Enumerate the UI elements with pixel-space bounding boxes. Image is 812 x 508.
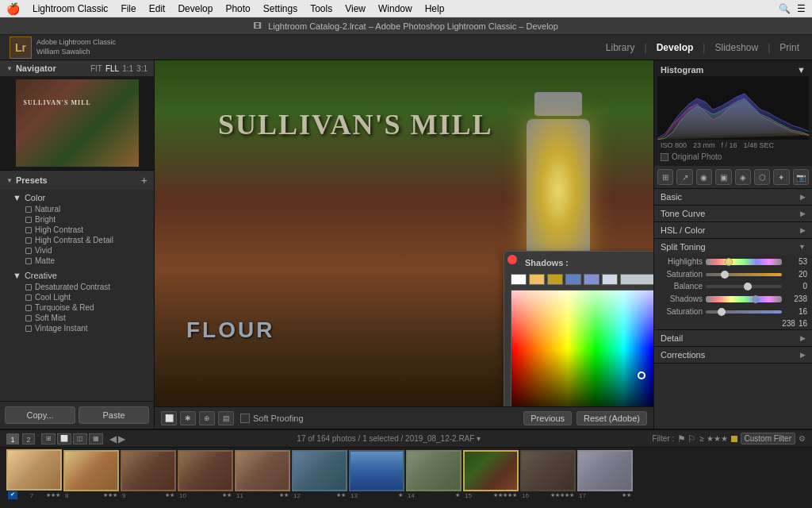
spectrum-crosshair[interactable]	[638, 371, 645, 379]
soft-proof-checkbox[interactable]	[240, 414, 250, 423]
preset-group-color-label[interactable]: ▼ Color	[0, 191, 154, 204]
detail-icon[interactable]: ◈	[735, 169, 751, 185]
shadows-sat-slider[interactable]	[706, 310, 782, 314]
film-thumb-17[interactable]	[577, 450, 633, 491]
menu-help[interactable]: Help	[425, 3, 445, 14]
filmstrip-grid-icon[interactable]: ⊞	[41, 433, 56, 444]
film-photo-10[interactable]: 10 ★★	[178, 450, 233, 500]
swatch-extra[interactable]	[620, 274, 653, 285]
film-thumb-7[interactable]	[6, 449, 62, 491]
effects-icon[interactable]: ✦	[773, 169, 789, 185]
preset-natural[interactable]: Natural	[0, 204, 154, 214]
preset-high-contrast[interactable]: High Contrast	[0, 225, 154, 235]
color-spectrum[interactable]	[511, 290, 653, 406]
film-photo-17[interactable]: 17 ★★	[577, 450, 633, 500]
swatch-blue[interactable]	[565, 274, 581, 285]
search-icon[interactable]: 🔍	[779, 3, 791, 14]
swatch-gold[interactable]	[529, 274, 545, 285]
detail-header[interactable]: Detail ▶	[654, 330, 812, 346]
film-thumb-16[interactable]	[520, 450, 576, 491]
film-thumb-12[interactable]	[292, 450, 347, 491]
preset-matte[interactable]: Matte	[0, 256, 154, 266]
hsl-header[interactable]: HSL / Color ▶	[654, 222, 812, 238]
film-photo-11[interactable]: 11 ★★	[235, 450, 290, 500]
preset-bright[interactable]: Bright	[0, 214, 154, 225]
swatch-pale[interactable]	[602, 274, 618, 285]
preset-desaturated[interactable]: Desaturated Contrast	[0, 282, 154, 292]
navigator-header[interactable]: ▼ Navigator FIT FLL 1:1 3:1	[0, 60, 154, 76]
highlights-hue-slider[interactable]	[706, 259, 782, 265]
filmstrip-compare-icon[interactable]: ◫	[73, 433, 87, 444]
swatch-white[interactable]	[511, 274, 527, 285]
nav-fit[interactable]: FIT	[90, 64, 102, 73]
lens-icon[interactable]: ⬡	[754, 169, 770, 185]
corrections-header[interactable]: Corrections ▶	[654, 347, 812, 363]
histogram-menu-icon[interactable]: ▼	[797, 65, 806, 75]
film-photo-8[interactable]: 8 ★★★	[63, 450, 119, 500]
shadows-hue-slider[interactable]	[706, 296, 782, 302]
filmstrip-num-2[interactable]: 2	[22, 433, 35, 444]
navigator-thumb[interactable]: SULLIVAN'S MILL	[16, 79, 139, 167]
presets-add-button[interactable]: +	[141, 174, 147, 187]
preset-turquoise-red[interactable]: Turquoise & Red	[0, 302, 154, 313]
basic-adjust-icon[interactable]: ⊞	[657, 169, 673, 185]
filmstrip-num-1[interactable]: 1	[6, 433, 19, 444]
paste-button[interactable]: Paste	[79, 406, 149, 424]
menu-extra-icon[interactable]: ☰	[797, 3, 806, 14]
film-thumb-13[interactable]	[349, 450, 404, 491]
filter-unflag-icon[interactable]: ⚐	[688, 433, 696, 444]
nav-fll[interactable]: FLL	[105, 64, 119, 73]
film-thumb-9[interactable]	[121, 450, 176, 491]
menu-photo[interactable]: Photo	[225, 3, 250, 14]
filmstrip-prev-arrow[interactable]: ◀	[109, 433, 117, 444]
toolbar-crop-icon[interactable]: ⬜	[161, 411, 177, 425]
preset-vivid[interactable]: Vivid	[0, 245, 154, 256]
popup-close-button[interactable]	[508, 255, 517, 264]
nav-1to1[interactable]: 1:1	[122, 64, 133, 73]
filmstrip-next-arrow[interactable]: ▶	[118, 433, 125, 444]
balance-slider[interactable]	[706, 285, 782, 288]
toolbar-redeye-icon[interactable]: ⊕	[199, 411, 215, 425]
split-toning-header[interactable]: Split Toning ▼	[654, 239, 812, 255]
menu-edit[interactable]: Edit	[149, 3, 166, 14]
film-thumb-8[interactable]	[63, 450, 119, 491]
filter-color-dot[interactable]	[731, 436, 737, 442]
film-photo-7[interactable]: ✔ 7 ★★★	[6, 449, 62, 500]
basic-header[interactable]: Basic ▶	[654, 189, 812, 205]
hsl-icon[interactable]: ◉	[696, 169, 712, 185]
nav-print[interactable]: Print	[776, 40, 802, 55]
nav-slideshow[interactable]: Slideshow	[711, 40, 761, 55]
tone-curve-header[interactable]: Tone Curve ▶	[654, 206, 812, 221]
film-thumb-10[interactable]	[178, 450, 233, 491]
presets-header[interactable]: ▼ Presets +	[0, 171, 154, 190]
highlights-sat-slider[interactable]	[706, 273, 782, 276]
filmstrip-loupe-icon[interactable]: ⬜	[57, 433, 71, 444]
swatch-lightblue[interactable]	[584, 274, 599, 285]
film-photo-16[interactable]: 16 ★★★★★	[520, 450, 576, 500]
nav-library[interactable]: Library	[603, 40, 638, 55]
menu-view[interactable]: View	[345, 3, 366, 14]
copy-button[interactable]: Copy...	[5, 406, 75, 424]
curves-icon[interactable]: ↗	[676, 169, 692, 185]
preset-cool-light[interactable]: Cool Light	[0, 292, 154, 302]
film-photo-13[interactable]: 13 ★	[349, 450, 404, 500]
preset-vintage[interactable]: Vintage Instant	[0, 323, 154, 333]
menu-window[interactable]: Window	[378, 3, 412, 14]
film-thumb-14[interactable]	[406, 450, 462, 491]
film-photo-14[interactable]: 14 ★	[406, 450, 462, 500]
menu-tools[interactable]: Tools	[310, 3, 332, 14]
filter-options-icon[interactable]: ⚙	[799, 434, 806, 443]
film-photo-12[interactable]: 12 ★★	[292, 450, 347, 500]
preset-soft-mist[interactable]: Soft Mist	[0, 313, 154, 323]
filmstrip-survey-icon[interactable]: ▦	[89, 433, 103, 444]
split-icon[interactable]: ▣	[715, 169, 731, 185]
camera-cal-icon[interactable]: 📷	[793, 169, 809, 185]
reset-button[interactable]: Reset (Adobe)	[576, 411, 647, 425]
toolbar-grad-icon[interactable]: ▤	[218, 411, 234, 425]
preset-high-contrast-detail[interactable]: High Contrast & Detail	[0, 235, 154, 245]
film-photo-9[interactable]: 9 ★★	[121, 450, 176, 500]
film-photo-15[interactable]: 15 ★★★★★	[463, 450, 519, 500]
toolbar-heal-icon[interactable]: ✱	[180, 411, 196, 425]
custom-filter-label[interactable]: Custom Filter	[741, 433, 795, 444]
original-photo-checkbox[interactable]	[661, 153, 668, 161]
